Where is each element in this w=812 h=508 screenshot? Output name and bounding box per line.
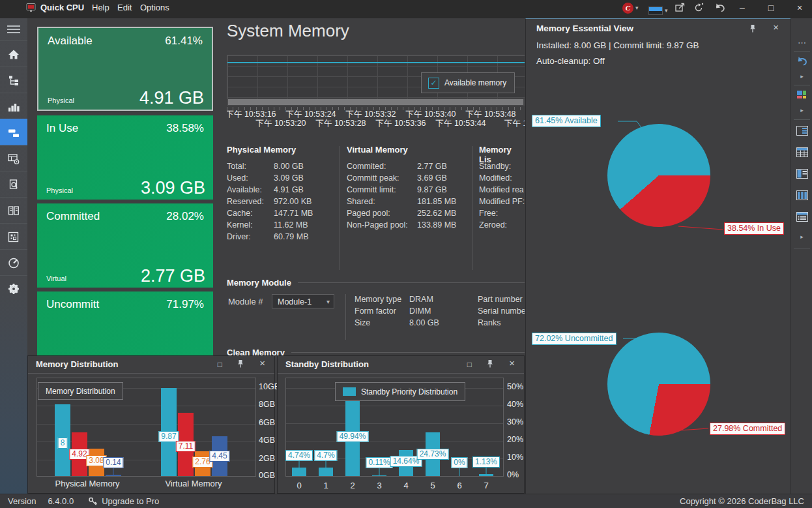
stat-label: Committ limit:	[347, 185, 396, 194]
spec-value: DRAM	[409, 295, 433, 304]
document-search-icon	[7, 179, 20, 191]
available-memory-chart: ✓ Available memory	[227, 55, 525, 99]
table-view-icon[interactable]	[791, 147, 812, 160]
pin-icon[interactable]	[237, 359, 244, 371]
copyright-text: Copyright © 2026 CoderBag LLC	[680, 496, 804, 506]
more-options-icon[interactable]: ⋯	[791, 38, 812, 48]
layout-right-pane-icon[interactable]	[791, 126, 812, 138]
close-icon[interactable]: ×	[509, 358, 515, 368]
stat-value: 147.71 MB	[274, 209, 313, 218]
brand-badge-button[interactable]: C ▾	[622, 2, 639, 14]
scrollbar-thumb[interactable]	[228, 99, 523, 105]
legend-checkbox[interactable]: ✓	[428, 78, 439, 89]
chart-legend: ✓ Available memory	[421, 72, 515, 93]
y-tick: 20%	[507, 435, 523, 444]
stat-value: 3.69 GB	[417, 173, 447, 183]
sidebar-item-settings[interactable]	[0, 275, 27, 302]
columns-view-icon[interactable]	[791, 190, 812, 203]
section-title: Memory Module	[227, 278, 291, 288]
chip-icon	[7, 231, 20, 243]
stat-value: 252.62 MB	[417, 209, 456, 218]
undo-layout-icon[interactable]	[791, 55, 812, 69]
x-tick-label: 0	[297, 481, 301, 490]
sidebar-item-memory[interactable]	[0, 119, 27, 145]
sidebar-item-documentation[interactable]	[0, 197, 27, 224]
card-type: Virtual	[46, 275, 66, 282]
close-icon[interactable]: ×	[259, 358, 265, 368]
maximize-button[interactable]: □	[760, 0, 782, 16]
maximize-panel-icon[interactable]: □	[467, 359, 472, 370]
sidebar-item-home[interactable]	[0, 40, 27, 67]
menu-options[interactable]: Options	[140, 3, 169, 12]
right-toolbar: ⋯ ▸ ▸ ▸	[790, 18, 812, 494]
theme-picker-button[interactable]: ▾	[648, 5, 668, 16]
bar	[106, 475, 121, 476]
app-logo-icon	[26, 3, 36, 13]
minimize-button[interactable]: –	[731, 0, 753, 16]
close-button[interactable]: ×	[789, 0, 811, 16]
pie-label-committed: 27.98% Committed	[710, 423, 785, 435]
stat-label: Total:	[227, 162, 246, 171]
panel-title: Memory Distribution	[36, 359, 118, 369]
card-uncommitted[interactable]: Uncommitt 71.97%	[37, 291, 213, 355]
home-icon	[7, 48, 20, 61]
stat-value: 11.62 MB	[274, 220, 308, 230]
screenshot-export-button[interactable]	[674, 2, 686, 14]
bar-value-label: 0%	[451, 457, 467, 468]
undo-button[interactable]	[714, 2, 727, 14]
caret-right-icon[interactable]: ▸	[791, 73, 812, 80]
theme-tiles-icon[interactable]	[791, 90, 812, 102]
stat-value: 8.00 GB	[274, 162, 304, 171]
card-in-use[interactable]: In Use 38.58% Physical 3.09 GB	[37, 115, 213, 200]
bar-label-stem	[459, 468, 460, 476]
refresh-button[interactable]	[693, 2, 704, 14]
time-label: 下午 10:	[504, 118, 525, 129]
menu-edit[interactable]: Edit	[117, 3, 132, 12]
sidebar-item-chipset[interactable]	[0, 223, 27, 250]
sidebar-item-report-preview[interactable]	[0, 171, 27, 198]
bar-label-stem	[299, 461, 300, 468]
pin-icon[interactable]	[486, 359, 494, 371]
sidebar-item-process-tree[interactable]	[0, 67, 27, 93]
x-tick-label: 6	[457, 481, 461, 490]
y-tick: 4GB	[259, 436, 275, 445]
refresh-icon	[693, 2, 704, 14]
card-available[interactable]: Available 61.41% Physical 4.91 GB	[37, 27, 213, 111]
time-label: 下午 10:53:36	[375, 118, 426, 129]
bar	[479, 474, 493, 476]
upgrade-label: Upgrade to Pro	[102, 496, 159, 506]
module-select[interactable]: Module-1 ▾	[272, 294, 334, 308]
card-percent: 38.58%	[166, 122, 204, 135]
bar-value-label: 7.11	[176, 441, 196, 452]
version-label: Version	[8, 496, 36, 506]
chart-series-line	[227, 62, 525, 63]
sidebar-item-performance-gauge[interactable]	[0, 249, 27, 276]
legend-label: Available memory	[444, 78, 506, 87]
sidebar-item-cpu-chart[interactable]	[0, 93, 27, 119]
caret-right-icon[interactable]: ▸	[791, 233, 812, 240]
spec-value: DIMM	[409, 306, 431, 316]
spec-label: Memory type	[355, 295, 401, 304]
x-category-label: Virtual Memory	[165, 479, 222, 488]
hamburger-menu-icon[interactable]	[7, 23, 20, 35]
card-type: Physical	[46, 187, 73, 194]
time-label: 下午 10:53:44	[435, 118, 486, 129]
list-view-icon[interactable]	[791, 212, 812, 224]
spec-label: Part number	[478, 295, 523, 304]
sidebar-item-task-manager-settings[interactable]	[0, 145, 27, 172]
layout-detail-pane-icon[interactable]	[791, 169, 812, 181]
y-tick: 40%	[507, 400, 523, 409]
panel-title: Standby Distribution	[285, 359, 369, 369]
maximize-panel-icon[interactable]: □	[218, 359, 222, 370]
upgrade-to-pro-link[interactable]: Upgrade to Pro	[88, 496, 159, 506]
card-committed[interactable]: Committed 28.02% Virtual 2.77 GB	[37, 203, 213, 288]
stat-value: 972.00 KB	[274, 197, 312, 206]
bar-value-label: 1.13%	[472, 456, 500, 468]
theme-swatch-icon	[648, 7, 663, 15]
menu-help[interactable]: Help	[92, 3, 109, 12]
stat-label: Modified rea	[479, 185, 524, 194]
stat-value: 181.85 MB	[417, 197, 456, 206]
chart-horizontal-scrollbar[interactable]	[227, 98, 525, 106]
caret-right-icon[interactable]: ▸	[791, 107, 812, 113]
memory-essential-view-panel: Memory Essential View × Installed: 8.00 …	[525, 18, 790, 494]
